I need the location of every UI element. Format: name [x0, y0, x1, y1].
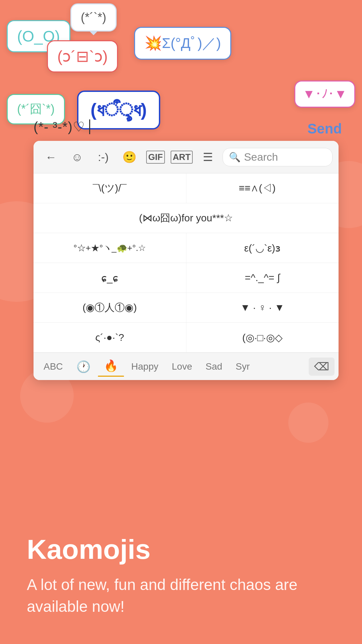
- tab-abc-label: ABC: [44, 361, 63, 372]
- bottom-text-area: Kaomojis A lot of new, fun and different…: [27, 534, 335, 617]
- tab-abc[interactable]: ABC: [38, 359, 69, 375]
- tab-love[interactable]: Love: [166, 359, 198, 375]
- tab-happy[interactable]: Happy: [125, 359, 165, 375]
- kaomoji-row-5: (◉①人①◉) ▼ · ♀ · ▼: [34, 293, 339, 323]
- bottom-description: A lot of new, fun and different chaos ar…: [27, 574, 335, 617]
- bubble-top-center-text: (*´`*): [81, 10, 106, 24]
- text-emoticon-icon: :-): [98, 151, 109, 164]
- text-emoticon-button[interactable]: :-): [92, 146, 115, 168]
- input-row: (*- ³-*)♡: [34, 119, 335, 135]
- search-placeholder: Search: [244, 151, 278, 163]
- bubble-shock-text: 💥Σ(°Дﾟ)／): [144, 35, 221, 51]
- tab-sad[interactable]: Sad: [199, 359, 228, 375]
- tab-fire[interactable]: 🔥: [98, 356, 124, 375]
- search-box[interactable]: 🔍 Search: [223, 148, 333, 166]
- tab-love-label: Love: [172, 361, 192, 372]
- bubble-pink[interactable]: ▼･ﾉ･▼: [294, 80, 355, 108]
- menu-button[interactable]: ☰: [196, 146, 219, 168]
- kaomoji-cell[interactable]: ¯\(ツ)/¯: [34, 173, 186, 203]
- kaomoji-cell[interactable]: =^._^= ∫: [186, 263, 339, 292]
- kaomoji-row-3: °☆+★°ヽ_🐢+°.☆ ε(´◡`ε)ɜ: [34, 233, 339, 263]
- input-text: (*- ³-*)♡: [34, 119, 85, 135]
- tab-sad-label: Sad: [205, 361, 222, 372]
- kaomoji-cell[interactable]: ▼ · ♀ · ▼: [186, 293, 339, 322]
- bubble-pink-text: ▼･ﾉ･▼: [303, 87, 347, 101]
- keyboard-panel: ← ☺ :-) 🙂 GIF ART ☰ 🔍 Search ¯\(ツ)/¯ ≡≡∧…: [34, 141, 339, 380]
- tab-syr-label: Syr: [236, 361, 250, 372]
- back-icon: ←: [45, 151, 57, 164]
- keyboard-toolbar: ← ☺ :-) 🙂 GIF ART ☰ 🔍 Search: [34, 141, 339, 173]
- tab-recent[interactable]: 🕐: [70, 357, 97, 376]
- kaomoji-cell[interactable]: ɕ_ɕ: [34, 263, 186, 292]
- tab-fire-wrapper: 🔥: [98, 356, 124, 377]
- kaomoji-row-4: ɕ_ɕ =^._^= ∫: [34, 263, 339, 293]
- tab-happy-label: Happy: [131, 361, 159, 372]
- art-icon: ART: [171, 151, 192, 164]
- send-button[interactable]: Send: [307, 121, 342, 137]
- kaomoji-cell[interactable]: ς´·●·`?: [34, 323, 186, 352]
- kaomoji-row-6: ς´·●·`? (◎·□·◎◇: [34, 323, 339, 353]
- delete-button[interactable]: ⌫: [309, 358, 335, 376]
- gif-icon: GIF: [146, 151, 165, 164]
- kaomoji-row-2: (⋈ω囧ω)for you***☆: [34, 203, 339, 233]
- bubble-shock[interactable]: 💥Σ(°Дﾟ)／): [134, 27, 231, 60]
- bubble-top-center[interactable]: (*´`*): [70, 3, 117, 32]
- kaomoji-cell[interactable]: (◎·□·◎◇: [186, 323, 339, 352]
- kaomoji-cell[interactable]: (◉①人①◉): [34, 293, 186, 322]
- recent-icon: 🕐: [76, 360, 90, 373]
- tab-syr[interactable]: Syr: [230, 359, 256, 375]
- kaomoji-grid: ¯\(ツ)/¯ ≡≡∧(◁)ゞ (⋈ω囧ω)for you***☆ °☆+★°ヽ…: [34, 173, 339, 353]
- kaomoji-cell[interactable]: ≡≡∧(◁)ゞ: [186, 173, 339, 203]
- gif-button[interactable]: GIF: [144, 146, 167, 168]
- emoji-icon: ☺: [71, 151, 83, 164]
- bubble-red[interactable]: (ɔ´⊟`ɔ): [47, 40, 118, 72]
- search-icon: 🔍: [229, 152, 241, 163]
- kaomoji-cell[interactable]: ε(´◡`ε)ɜ: [186, 233, 339, 263]
- back-button[interactable]: ←: [40, 146, 62, 168]
- face-button[interactable]: 🙂: [118, 146, 141, 168]
- emoji-button[interactable]: ☺: [66, 146, 88, 168]
- keyboard-tabbar: ABC 🕐 🔥 Happy Love Sad Syr ⌫: [34, 353, 339, 380]
- kaomoji-cell[interactable]: °☆+★°ヽ_🐢+°.☆: [34, 233, 186, 263]
- menu-icon: ☰: [203, 150, 213, 164]
- text-cursor: [89, 119, 90, 134]
- art-button[interactable]: ART: [170, 146, 193, 168]
- kaomoji-cell[interactable]: (⋈ω囧ω)for you***☆: [34, 203, 339, 233]
- fire-icon: 🔥: [104, 359, 118, 372]
- face-icon: 🙂: [122, 150, 136, 164]
- delete-icon: ⌫: [314, 361, 329, 373]
- bubble-green-text: (*´囧`*): [17, 102, 55, 116]
- kaomoji-row-1: ¯\(ツ)/¯ ≡≡∧(◁)ゞ: [34, 173, 339, 203]
- bubble-main-text: (ধऀৢধ): [90, 100, 147, 120]
- bubble-red-text: (ɔ´⊟`ɔ): [57, 48, 108, 65]
- bottom-title: Kaomojis: [27, 534, 335, 565]
